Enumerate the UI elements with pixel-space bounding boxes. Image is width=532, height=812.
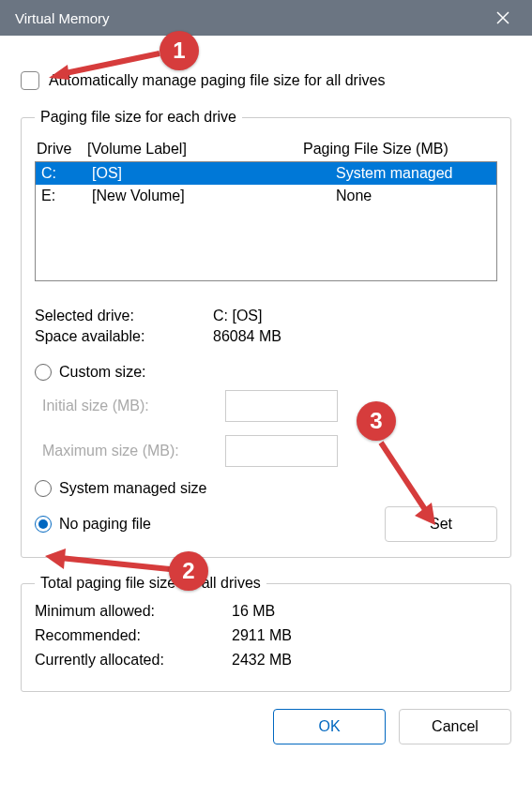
system-managed-label: System managed size bbox=[59, 480, 206, 497]
callout-badge-1: 1 bbox=[160, 31, 199, 70]
auto-manage-checkbox[interactable] bbox=[21, 71, 39, 90]
button-bar: OK Cancel bbox=[21, 709, 511, 744]
drive-list[interactable]: C: [OS] System managed E: [New Volume] N… bbox=[35, 161, 497, 281]
maximum-size-input[interactable] bbox=[225, 435, 338, 467]
callout-badge-2: 2 bbox=[169, 551, 208, 591]
svg-line-0 bbox=[61, 53, 160, 74]
header-drive: Drive bbox=[37, 141, 87, 158]
close-button[interactable] bbox=[481, 0, 524, 36]
custom-size-label: Custom size: bbox=[59, 364, 145, 381]
callout-arrow-1 bbox=[47, 46, 164, 83]
maximum-size-label: Maximum size (MB): bbox=[42, 443, 225, 459]
dialog-content: Automatically manage paging file size fo… bbox=[0, 36, 532, 765]
titlebar: Virtual Memory bbox=[0, 0, 532, 36]
svg-line-4 bbox=[381, 443, 428, 514]
svg-marker-1 bbox=[49, 65, 69, 80]
custom-size-radio-row[interactable]: Custom size: bbox=[35, 364, 497, 381]
drives-legend: Paging file size for each drive bbox=[35, 109, 242, 126]
ok-button[interactable]: OK bbox=[273, 709, 386, 744]
svg-line-2 bbox=[60, 558, 170, 569]
min-allowed-value: 16 MB bbox=[232, 603, 275, 620]
drive-letter: E: bbox=[41, 188, 92, 204]
currently-allocated-label: Currently allocated: bbox=[35, 652, 232, 669]
svg-marker-3 bbox=[45, 549, 66, 569]
recommended-label: Recommended: bbox=[35, 627, 232, 644]
space-available-value: 86084 MB bbox=[213, 328, 497, 345]
drive-size: None bbox=[336, 188, 491, 204]
no-paging-radio[interactable] bbox=[35, 516, 52, 533]
initial-size-label: Initial size (MB): bbox=[42, 398, 225, 414]
selected-drive-value: C: [OS] bbox=[213, 308, 497, 324]
cancel-button[interactable]: Cancel bbox=[399, 709, 511, 744]
callout-badge-3: 3 bbox=[357, 401, 396, 441]
drive-volume: [OS] bbox=[92, 165, 336, 182]
header-volume: [Volume Label] bbox=[87, 141, 303, 158]
callout-arrow-2 bbox=[43, 547, 175, 584]
drive-letter: C: bbox=[41, 165, 92, 182]
callout-arrow-3 bbox=[373, 437, 448, 531]
close-icon bbox=[496, 11, 509, 24]
totals-group: Total paging file size for all drives Mi… bbox=[21, 575, 511, 692]
currently-allocated-value: 2432 MB bbox=[232, 652, 292, 669]
window-title: Virtual Memory bbox=[15, 10, 481, 26]
no-paging-radio-row[interactable]: No paging file bbox=[35, 516, 151, 533]
recommended-value: 2911 MB bbox=[232, 627, 292, 644]
drive-row[interactable]: C: [OS] System managed bbox=[36, 162, 496, 185]
space-available-label: Space available: bbox=[35, 328, 213, 345]
drive-row[interactable]: E: [New Volume] None bbox=[36, 185, 496, 207]
drive-headers: Drive [Volume Label] Paging File Size (M… bbox=[35, 137, 497, 161]
header-size: Paging File Size (MB) bbox=[303, 141, 495, 158]
initial-size-input[interactable] bbox=[225, 390, 338, 422]
custom-size-radio[interactable] bbox=[35, 364, 52, 381]
drive-volume: [New Volume] bbox=[92, 188, 336, 204]
drive-size: System managed bbox=[336, 165, 491, 182]
min-allowed-label: Minimum allowed: bbox=[35, 603, 232, 620]
selected-info: Selected drive: C: [OS] Space available:… bbox=[35, 308, 497, 345]
no-paging-label: No paging file bbox=[59, 516, 151, 533]
selected-drive-label: Selected drive: bbox=[35, 308, 213, 324]
system-managed-radio[interactable] bbox=[35, 480, 52, 497]
